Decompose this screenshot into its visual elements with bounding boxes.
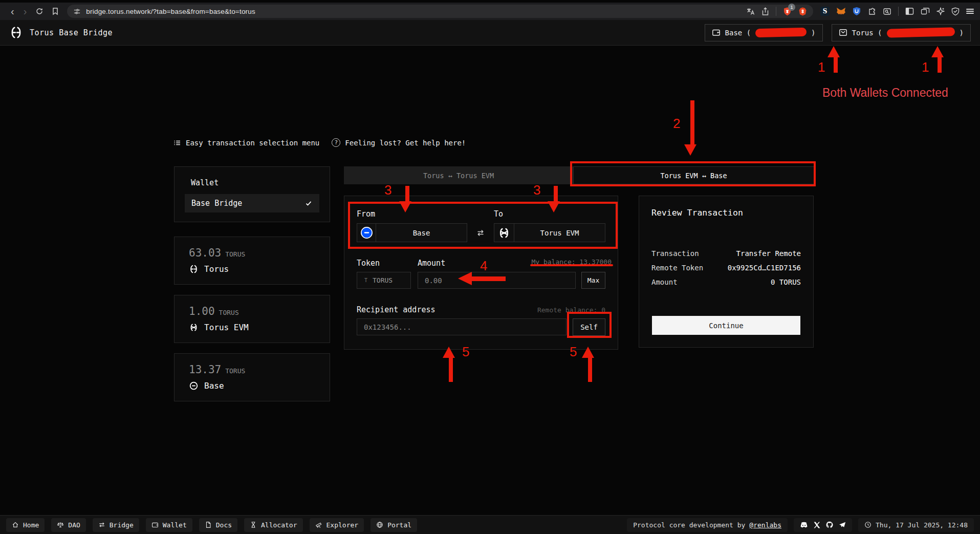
list-icon [173,139,181,147]
review-row-amount: Amount 0 TORUS [651,275,801,289]
remote-balance-note: Remote balance: 0 [537,306,605,314]
swap-direction-icon[interactable] [467,223,494,242]
search-page-icon[interactable] [883,7,891,16]
telescope-icon [315,521,322,528]
check-icon [304,199,313,207]
translate-icon[interactable] [746,7,755,16]
balance-amount-row: 63.03TORUS [189,247,315,259]
wallet-option-base-bridge[interactable]: Base Bridge [185,194,319,212]
base-wallet-button[interactable]: Base () [705,24,823,41]
review-row-value: 0x9925Cd…C1ED7156 [728,264,801,272]
amount-input[interactable] [418,272,576,289]
max-button[interactable]: Max [581,272,605,289]
brave-shield-icon[interactable]: 1 [783,7,792,16]
wallet-cards-icon[interactable] [921,7,930,15]
torus-evm-network-icon [189,323,199,332]
annotation-arrow-1-left-shaft [834,57,838,73]
review-row-label: Remote Token [651,264,703,272]
github-icon[interactable] [826,521,833,528]
review-row-value: Transfer Remote [736,249,801,258]
footer-nav-docs[interactable]: Docs [199,518,237,532]
review-transaction-card: Review Transaction Transaction Transfer … [639,196,814,348]
renlabs-link[interactable]: @renlabs [749,521,781,529]
reload-icon[interactable] [35,7,43,15]
transaction-menu-link[interactable]: Easy transaction selection menu [173,139,319,147]
torus-wallet-label-suffix: ) [960,29,964,37]
network-name: Torus EVM [204,323,249,332]
forward-icon[interactable]: › [24,6,27,16]
footer-nav-wallet[interactable]: Wallet [146,518,192,532]
annotation-arrow-1-right-shaft [938,57,942,73]
brave-logo-icon[interactable] [798,7,807,16]
tab-torus-torus-evm[interactable]: Torus ↔ Torus EVM [344,166,573,184]
review-row-label: Amount [651,278,678,286]
continue-button[interactable]: Continue [652,316,800,335]
review-row-transaction: Transaction Transfer Remote [651,246,801,261]
annotation-step-1-right: 1 [922,59,929,75]
page-title: Torus Base Bridge [30,28,113,37]
datetime-box: Thu, 17 Jul 2025, 12:48 [858,518,974,532]
ublock-shield-icon[interactable] [853,7,861,16]
to-chain-select[interactable]: Torus EVM [514,223,605,242]
share-icon[interactable] [761,7,769,16]
from-chain-iconbox [357,223,376,242]
torus-network-icon [189,264,199,274]
annotation-arrow-1-left [827,46,840,57]
bookmark-icon[interactable] [52,7,59,15]
base-wallet-label: Base ( [725,29,751,37]
balance-unit: TORUS [225,367,245,375]
review-row-value: 0 TORUS [771,278,801,286]
review-title: Review Transaction [651,208,801,218]
url-text[interactable]: bridge.torus.network/?tab=base&from=base… [86,8,746,15]
shield-badge: 1 [788,4,795,11]
balance-unit: TORUS [225,250,245,258]
leo-sparkle-icon[interactable] [937,7,945,15]
footer-nav-explorer[interactable]: Explorer [310,518,364,532]
discord-icon[interactable] [800,522,808,528]
browser-toolbar: ‹ › bridge.torus.network/?tab=base&from=… [0,3,980,20]
torus-evm-chain-icon [497,226,511,240]
footer-nav-portal[interactable]: Portal [371,518,417,532]
footer-nav-home[interactable]: Home [6,518,45,532]
help-label: Feeling lost? Get help here! [345,139,466,147]
torus-wallet-button[interactable]: Torus () [832,24,971,41]
address-bar[interactable]: bridge.torus.network/?tab=base&from=base… [67,5,813,18]
metamask-icon[interactable] [836,7,846,16]
back-icon[interactable]: ‹ [11,6,14,16]
footer-nav-dao[interactable]: DAO [51,518,85,532]
base-wallet-label-suffix: ) [811,29,815,37]
annotation-step-2: 2 [673,116,680,132]
telegram-icon[interactable] [839,522,846,528]
extension-s-icon[interactable]: S [820,7,830,16]
to-chain-iconbox [494,223,514,242]
credit-text: Protocol core development by [633,521,745,529]
self-button[interactable]: Self [573,318,605,336]
from-chain-select[interactable]: Base [376,223,467,242]
toolbar-divider [776,7,776,16]
annotation-arrow-2-shaft [690,100,694,144]
footer-nav-label: Wallet [163,521,187,529]
base-network-icon [189,381,199,391]
hourglass-icon [250,521,257,528]
footer-nav-bridge[interactable]: Bridge [93,518,139,532]
torus-logo-icon [9,26,23,39]
extensions-puzzle-icon[interactable] [867,7,876,16]
token-select[interactable]: T TORUS [357,272,411,289]
menu-hamburger-icon[interactable] [966,7,974,15]
recipient-address-input[interactable] [357,318,567,335]
wallet-card-title: Wallet [191,178,319,187]
review-row-label: Transaction [651,249,699,258]
bridge-tabbar: Torus ↔ Torus EVM Torus EVM ↔ Base [344,166,814,184]
footer-nav-allocator[interactable]: Allocator [244,518,302,532]
balance-amount: 1.00 [189,305,215,317]
network-name: Base [204,381,224,391]
balance-card-torus: 63.03TORUS Torus [174,237,330,285]
tab-torus-evm-base[interactable]: Torus EVM ↔ Base [573,166,814,184]
review-row-remote-token: Remote Token 0x9925Cd…C1ED7156 [651,261,801,275]
sidebar-toggle-icon[interactable] [905,7,914,15]
site-settings-icon[interactable] [73,8,81,15]
help-link[interactable]: ? Feeling lost? Get help here! [332,138,466,147]
balance-amount: 13.37 [189,364,221,376]
vpn-shield-icon[interactable] [951,7,960,16]
x-icon[interactable] [814,522,820,528]
